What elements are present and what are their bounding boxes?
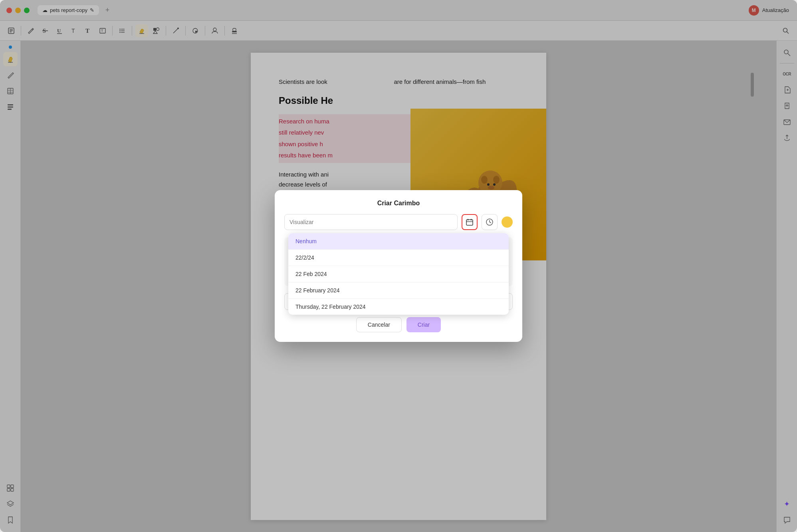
modal-buttons: Cancelar Criar: [284, 317, 513, 332]
dropdown-option-long[interactable]: 22 February 2024: [288, 282, 509, 298]
svg-line-64: [490, 222, 491, 223]
color-selector[interactable]: [502, 216, 513, 228]
modal-title: Criar Carimbo: [284, 200, 513, 207]
date-format-dropdown: Nenhum 22/2/24 22 Feb 2024 22 February 2…: [288, 233, 509, 315]
dropdown-option-medium[interactable]: 22 Feb 2024: [288, 266, 509, 282]
dropdown-option-full[interactable]: Thursday, 22 February 2024: [288, 298, 509, 315]
create-button[interactable]: Criar: [406, 317, 441, 332]
stamps-grid: • Texto de A: [284, 237, 513, 286]
preview-input[interactable]: [284, 214, 458, 230]
svg-rect-58: [466, 220, 473, 225]
criar-carimbo-modal: Criar Carimbo • Texto de A: [275, 190, 522, 342]
clock-btn[interactable]: [482, 214, 498, 230]
dropdown-option-none[interactable]: Nenhum: [288, 233, 509, 249]
calendar-btn[interactable]: [462, 214, 478, 230]
preview-row: [284, 214, 513, 230]
cancel-button[interactable]: Cancelar: [356, 317, 402, 332]
app-window: ☁ pets report-copy ✎ + M Atualização S U: [0, 0, 797, 532]
modal-overlay: Criar Carimbo • Texto de A: [0, 0, 797, 532]
dropdown-option-short[interactable]: 22/2/24: [288, 249, 509, 266]
